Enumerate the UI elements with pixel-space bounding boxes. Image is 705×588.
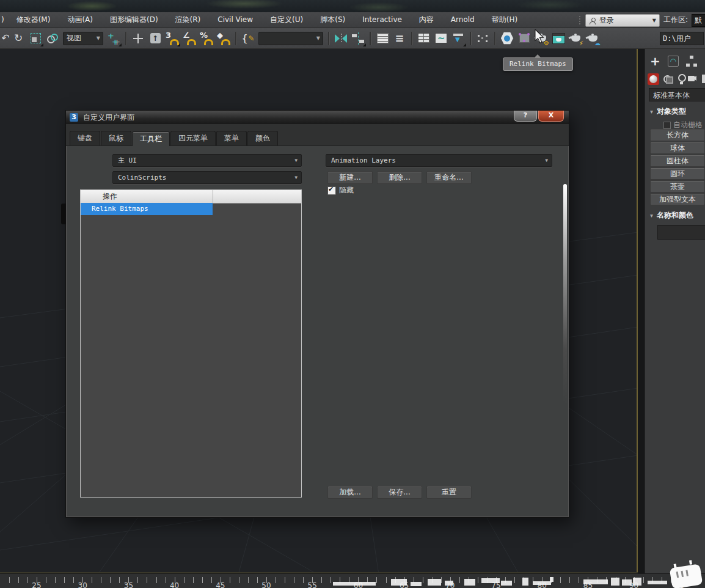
select-and-link-icon[interactable]	[45, 31, 60, 46]
quick-render-icon[interactable]: ⚡	[568, 31, 583, 46]
align-icon[interactable]	[350, 31, 366, 46]
autogrid-checkbox[interactable]	[663, 122, 671, 129]
menu-item[interactable]: Civil View	[209, 12, 261, 28]
create-tab-icon[interactable]: +	[650, 55, 660, 67]
timeline-tick	[514, 577, 515, 583]
group-dropdown[interactable]: 主 UI ▼	[112, 154, 302, 167]
column-divider[interactable]	[213, 190, 213, 203]
view-dropdown[interactable]: 视图▼	[63, 32, 103, 45]
action-column-header[interactable]: 操作	[81, 190, 301, 203]
menu-item-partial[interactable]: )	[0, 12, 8, 28]
menu-item[interactable]: 动画(A)	[59, 12, 101, 28]
percent-snap-icon[interactable]: %	[199, 31, 214, 46]
chevron-down-icon: ▼	[294, 175, 298, 180]
tab-鼠标[interactable]: 鼠标	[101, 131, 131, 145]
close-button[interactable]: X	[538, 111, 564, 122]
select-and-move-icon[interactable]	[130, 31, 146, 46]
menu-item[interactable]: 帮助(H)	[483, 12, 526, 28]
action-list-header[interactable]: 操作	[81, 190, 301, 204]
button-删除[interactable]: 删除...	[377, 171, 422, 184]
hide-checkbox-label: 隐藏	[339, 185, 354, 196]
button-重置[interactable]: 重置	[426, 486, 472, 499]
timeline-frame-label: 45	[216, 581, 225, 588]
redo-icon[interactable]: ↻	[10, 31, 26, 46]
menu-item[interactable]: 图形编辑器(D)	[101, 12, 167, 28]
help-button[interactable]: ?	[514, 111, 537, 122]
list-item-selected[interactable]: Relink Bitmaps	[81, 203, 213, 215]
modify-tab-icon[interactable]: ◠	[668, 56, 679, 67]
menu-item[interactable]: 渲染(R)	[167, 12, 210, 28]
layer-explorer-icon[interactable]	[392, 31, 407, 46]
timeline-tick	[321, 577, 322, 583]
timeline-tick	[248, 577, 249, 583]
hierarchy-tab-icon[interactable]	[686, 56, 697, 67]
workspace-selector[interactable]: 默	[692, 14, 705, 27]
object-button-球体[interactable]: 球体	[650, 142, 705, 154]
timeline-tick	[257, 577, 258, 583]
object-button-加强型文本[interactable]: 加强型文本	[650, 193, 705, 205]
hide-checkbox[interactable]	[327, 186, 336, 195]
button-保存[interactable]: 保存...	[377, 486, 422, 499]
geometry-category-icon[interactable]	[648, 73, 659, 85]
dialog-titlebar[interactable]: 3 自定义用户界面	[66, 111, 569, 124]
name-color-rollout[interactable]: ▾ 名称和颜色	[648, 209, 705, 221]
primitive-type-dropdown[interactable]: 标准基本体	[649, 88, 705, 101]
ribbon-toggle-icon[interactable]	[416, 31, 432, 46]
render-in-cloud-icon[interactable]: ☁	[585, 31, 601, 46]
timeline-tick	[643, 577, 644, 583]
quad-set-dropdown[interactable]: Animation Layers ▼	[326, 154, 552, 167]
timeline-tick	[101, 577, 101, 583]
icon-shape	[453, 34, 464, 43]
object-name-field[interactable]	[657, 225, 705, 240]
icon-glyph: ◆	[217, 31, 223, 39]
object-button-长方体[interactable]: 长方体	[650, 129, 705, 141]
named-selection-dropdown[interactable]: ▼	[258, 32, 323, 45]
scene-explorer-icon[interactable]	[374, 31, 390, 46]
menu-item[interactable]: 脚本(S)	[312, 12, 354, 28]
mirror-icon[interactable]	[333, 31, 349, 46]
tab-四元菜单[interactable]: 四元菜单	[170, 131, 216, 145]
tab-工具栏[interactable]: 工具栏	[132, 131, 170, 146]
action-list[interactable]: 操作 Relink Bitmaps	[80, 189, 302, 498]
select-and-place-icon[interactable]	[147, 31, 163, 46]
menu-item[interactable]: Interactive	[354, 12, 411, 28]
menu-item[interactable]: 修改器(M)	[8, 12, 59, 28]
category-dropdown[interactable]: ColinScripts ▼	[112, 171, 302, 184]
magnet-shape	[204, 39, 213, 45]
tab-键盘[interactable]: 键盘	[70, 131, 100, 145]
rendered-frame-window-icon[interactable]	[550, 31, 566, 46]
menu-item[interactable]: 自定义(U)	[261, 12, 312, 28]
object-button-茶壶[interactable]: 茶壶	[650, 180, 705, 193]
lights-category-icon[interactable]	[678, 74, 684, 84]
dialog-title: 自定义用户界面	[83, 112, 134, 123]
menu-item[interactable]: 内容	[411, 12, 442, 28]
material-editor-icon[interactable]	[499, 31, 515, 46]
shapes-category-icon[interactable]	[663, 74, 673, 84]
angle-snap-icon[interactable]: ∠	[181, 31, 197, 46]
edit-named-selection-sets-icon[interactable]: {✎	[240, 31, 256, 46]
object-type-rollout[interactable]: ▾ 对象类型	[648, 105, 705, 117]
button-加载[interactable]: 加载...	[327, 486, 373, 499]
schematic-view-icon[interactable]	[450, 31, 466, 46]
tab-颜色[interactable]: 颜色	[247, 131, 278, 145]
button-重命名[interactable]: 重命名...	[426, 171, 472, 184]
undo-icon[interactable]: ↶	[2, 31, 9, 46]
window-crossing-icon[interactable]	[106, 31, 122, 46]
spinner-snap-icon[interactable]: ◆	[216, 31, 232, 46]
object-button-圆柱体[interactable]: 圆柱体	[650, 155, 705, 167]
keyboard-override-icon[interactable]	[475, 31, 491, 46]
menu-item[interactable]: Arnold	[442, 12, 483, 28]
pencil-glyph: ✎	[249, 34, 255, 43]
slate-material-editor-icon[interactable]	[516, 31, 532, 46]
selection-region-icon[interactable]	[27, 31, 43, 46]
login-dropdown[interactable]: 登录 ▼	[585, 14, 660, 27]
watermark-fragment	[428, 579, 441, 586]
object-button-圆环[interactable]: 圆环	[650, 167, 705, 180]
cameras-category-icon[interactable]	[688, 75, 697, 83]
curve-editor-icon[interactable]	[433, 31, 449, 46]
snaps-toggle-icon[interactable]: 3	[164, 31, 180, 46]
tab-菜单[interactable]: 菜单	[216, 131, 247, 145]
project-path-field[interactable]: D:\用户	[660, 32, 704, 45]
helpers-category-icon[interactable]	[702, 75, 705, 83]
button-新建[interactable]: 新建...	[327, 171, 373, 184]
